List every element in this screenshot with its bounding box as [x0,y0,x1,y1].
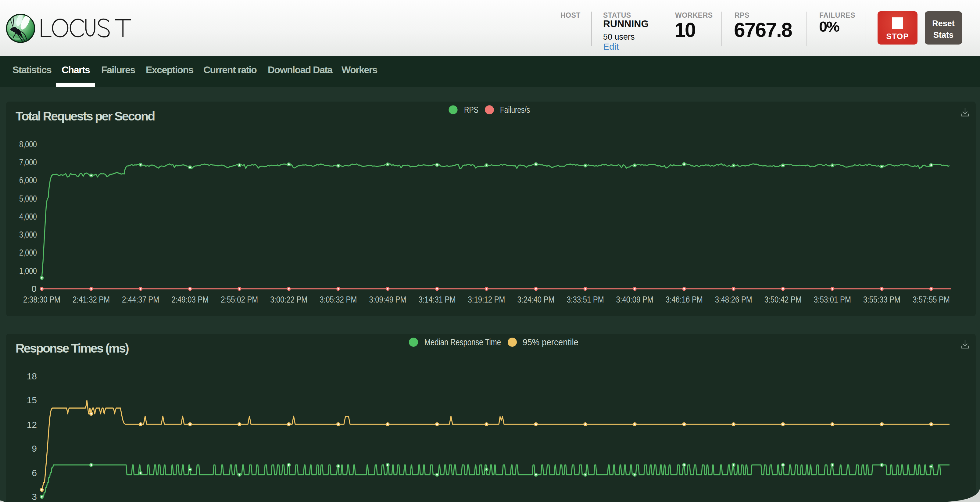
svg-text:2:55:02 PM: 2:55:02 PM [221,294,258,304]
svg-text:RPS: RPS [464,105,479,115]
svg-text:8,000: 8,000 [19,139,37,149]
svg-text:3:24:40 PM: 3:24:40 PM [517,294,555,304]
svg-text:1,000: 1,000 [19,266,37,276]
svg-text:9: 9 [32,443,37,454]
svg-text:3:55:33 PM: 3:55:33 PM [863,294,900,304]
svg-text:95% percentile: 95% percentile [523,337,578,347]
svg-text:3:00:22 PM: 3:00:22 PM [270,294,307,304]
svg-text:3:48:26 PM: 3:48:26 PM [715,294,752,304]
svg-text:2:49:03 PM: 2:49:03 PM [171,294,208,304]
svg-text:3,000: 3,000 [19,229,37,239]
svg-text:3:50:42 PM: 3:50:42 PM [764,294,802,304]
svg-text:2:44:37 PM: 2:44:37 PM [122,294,159,304]
svg-text:2,000: 2,000 [19,247,37,257]
svg-text:3:09:49 PM: 3:09:49 PM [369,294,406,304]
svg-text:18: 18 [27,371,37,381]
svg-text:2:41:32 PM: 2:41:32 PM [73,294,110,304]
svg-text:Failures/s: Failures/s [500,105,530,115]
svg-text:12: 12 [27,420,37,430]
svg-text:0: 0 [32,284,37,294]
svg-text:3:57:55 PM: 3:57:55 PM [913,294,950,304]
svg-text:3:40:09 PM: 3:40:09 PM [616,294,654,304]
svg-text:2:38:30 PM: 2:38:30 PM [23,294,60,304]
svg-text:3:19:12 PM: 3:19:12 PM [468,294,505,304]
svg-text:3:14:31 PM: 3:14:31 PM [418,294,455,304]
svg-text:6,000: 6,000 [19,175,37,185]
svg-text:3:05:32 PM: 3:05:32 PM [320,294,357,304]
svg-text:6: 6 [32,468,37,478]
svg-text:7,000: 7,000 [19,157,37,167]
svg-text:3:46:16 PM: 3:46:16 PM [666,294,703,304]
svg-text:3:53:01 PM: 3:53:01 PM [814,294,851,304]
svg-text:15: 15 [27,395,37,405]
svg-text:3:33:51 PM: 3:33:51 PM [567,294,604,304]
svg-text:5,000: 5,000 [19,193,37,203]
svg-text:Median Response Time: Median Response Time [425,337,501,347]
svg-text:4,000: 4,000 [19,211,37,222]
